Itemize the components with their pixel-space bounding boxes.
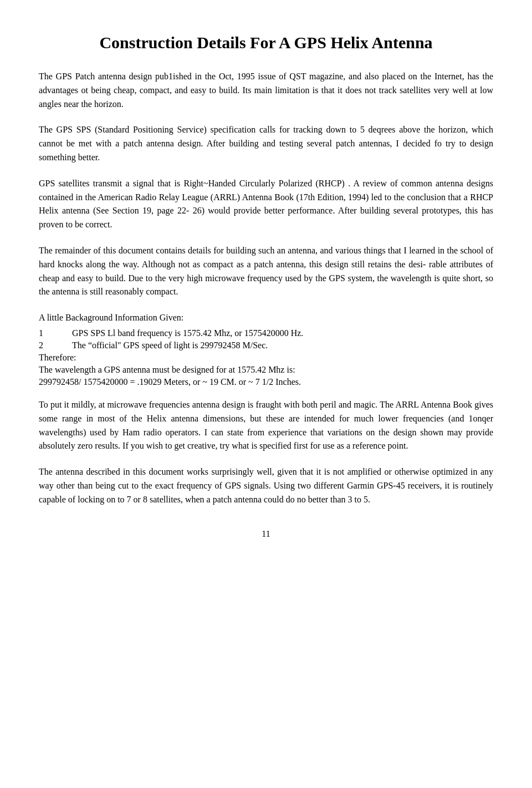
background-section: A little Backaground Information Given: … (39, 311, 493, 387)
paragraph-1: The GPS Patch antenna design pub1ished i… (39, 70, 493, 111)
paragraph-6: The antenna described in this document w… (39, 465, 493, 506)
background-heading: A little Backaground Information Given: (39, 311, 493, 325)
list-item-1: 1 GPS SPS Ll band frequency is 1575.42 M… (39, 328, 493, 338)
list-content-1: GPS SPS Ll band frequency is 1575.42 Mhz… (72, 328, 493, 338)
paragraph-4: The remainder of this document contains … (39, 244, 493, 299)
list-item-2: 2 The “official" GPS speed of light is 2… (39, 340, 493, 350)
wavelength-line2: 299792458/ 1575420000 = .19029 Meters, o… (39, 377, 493, 387)
paragraph-3: GPS satellites transmit a signal that is… (39, 177, 493, 232)
list-number-2: 2 (39, 340, 72, 350)
paragraph-2: The GPS SPS (Standard Positioning Servic… (39, 123, 493, 164)
paragraph-5: To put it mildly, at microwave frequenci… (39, 398, 493, 453)
list-content-2: The “official" GPS speed of light is 299… (72, 340, 493, 350)
page-container: Construction Details For A GPS Helix Ant… (0, 0, 532, 788)
list-number-1: 1 (39, 328, 72, 338)
page-title: Construction Details For A GPS Helix Ant… (39, 33, 493, 52)
wavelength-line1: The wavelength a GPS antenna must be des… (39, 365, 493, 375)
therefore-label: Therefore: (39, 353, 493, 363)
page-number: 11 (39, 529, 493, 539)
